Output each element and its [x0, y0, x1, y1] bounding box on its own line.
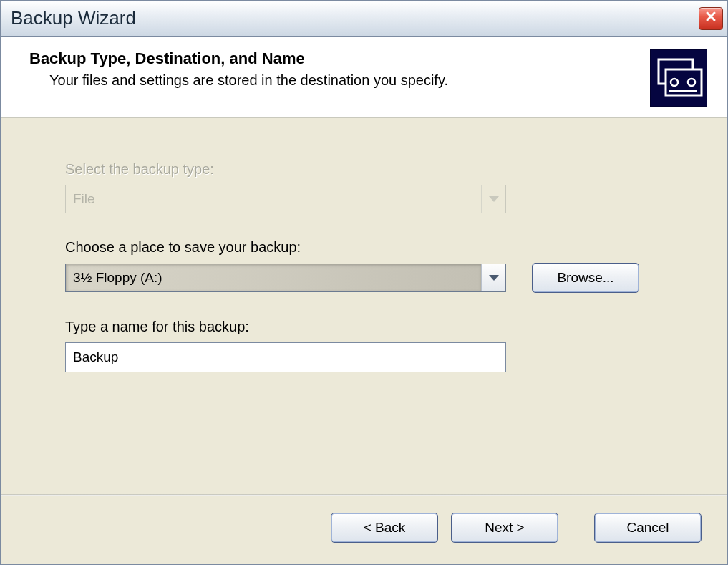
window-title: Backup Wizard — [11, 7, 136, 29]
back-button[interactable]: < Back — [331, 513, 438, 543]
location-select[interactable]: 3½ Floppy (A:) — [65, 264, 506, 292]
location-group: Choose a place to save your backup: 3½ F… — [65, 239, 684, 293]
backup-name-group: Type a name for this backup: Backup — [65, 319, 684, 372]
close-icon — [705, 11, 717, 26]
location-value: 3½ Floppy (A:) — [66, 264, 481, 291]
location-dropdown-arrow[interactable] — [481, 264, 505, 291]
wizard-header: Backup Type, Destination, and Name Your … — [1, 37, 727, 118]
step-heading: Backup Type, Destination, and Name — [29, 49, 448, 68]
wizard-body: Select the backup type: File Choose a pl… — [1, 118, 727, 494]
tape-backup-icon — [650, 49, 707, 107]
backup-type-value: File — [66, 185, 481, 213]
backup-type-select: File — [65, 185, 506, 213]
location-label: Choose a place to save your backup: — [65, 239, 684, 256]
chevron-down-icon — [489, 275, 499, 281]
backup-type-group: Select the backup type: File — [65, 161, 684, 213]
backup-name-value: Backup — [73, 349, 118, 365]
backup-name-label: Type a name for this backup: — [65, 319, 684, 335]
backup-type-label: Select the backup type: — [65, 161, 684, 178]
next-button[interactable]: Next > — [451, 513, 558, 543]
header-text: Backup Type, Destination, and Name Your … — [29, 49, 448, 89]
backup-type-dropdown-arrow — [481, 185, 505, 213]
wizard-footer: < Back Next > Cancel — [1, 496, 727, 564]
cancel-button[interactable]: Cancel — [594, 513, 702, 543]
browse-button[interactable]: Browse... — [532, 263, 639, 293]
backup-name-input[interactable]: Backup — [65, 342, 506, 372]
wizard-window: Backup Wizard Backup Type, Destination, … — [0, 0, 728, 565]
step-subheading: Your files and settings are stored in th… — [29, 72, 448, 89]
chevron-down-icon — [489, 196, 499, 202]
close-button[interactable] — [699, 7, 723, 30]
titlebar: Backup Wizard — [1, 1, 727, 37]
